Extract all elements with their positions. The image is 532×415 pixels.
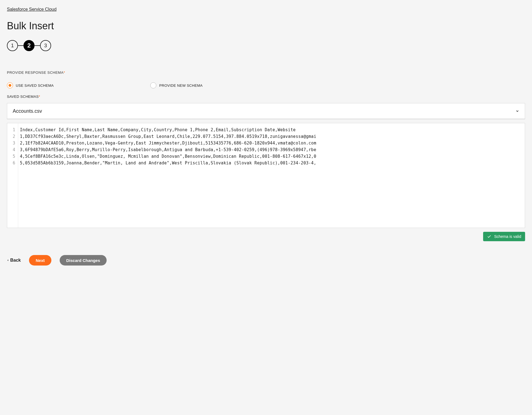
back-label: Back xyxy=(10,258,21,263)
line-number: 2 xyxy=(7,133,18,140)
step-2[interactable]: 2 xyxy=(23,40,35,51)
radio-button-icon xyxy=(7,82,13,88)
radio-label: PROVIDE NEW SCHEMA xyxy=(159,83,202,88)
breadcrumb[interactable]: Salesforce Service Cloud xyxy=(7,7,57,12)
section-label-text: PROVIDE RESPONSE SCHEMA xyxy=(7,70,64,75)
line-number-gutter: 123456 xyxy=(7,123,18,228)
radio-inner-dot xyxy=(9,84,11,87)
step-1[interactable]: 1 xyxy=(7,40,18,51)
check-icon xyxy=(487,234,491,239)
step-connector xyxy=(18,45,23,46)
required-star-icon: * xyxy=(64,70,65,75)
valid-badge-label: Schema is valid xyxy=(494,234,521,239)
radio-label: USE SAVED SCHEMA xyxy=(16,83,54,88)
code-line[interactable]: 3,6F94879bDAfE5a6,Roy,Berry,Murillo-Perr… xyxy=(20,146,525,153)
action-bar: Back Next Discard Changes xyxy=(7,255,525,266)
required-star-icon: * xyxy=(39,94,40,99)
code-area[interactable]: Index,Customer Id,First Name,Last Name,C… xyxy=(18,123,525,228)
line-number: 4 xyxy=(7,146,18,153)
code-editor[interactable]: 123456 Index,Customer Id,First Name,Last… xyxy=(7,123,525,228)
chevron-left-icon xyxy=(7,259,9,261)
back-button[interactable]: Back xyxy=(7,258,21,263)
discard-changes-button[interactable]: Discard Changes xyxy=(60,255,107,266)
chevron-down-icon xyxy=(515,109,519,113)
next-button[interactable]: Next xyxy=(29,255,51,266)
select-value: Accounts.csv xyxy=(13,108,515,114)
step-connector xyxy=(35,45,40,46)
code-line[interactable]: 2,1Ef7b82A4CAAD10,Preston,Lozano,Vega-Ge… xyxy=(20,140,525,146)
line-number: 6 xyxy=(7,160,18,166)
saved-schemas-label: SAVED SCHEMAS* xyxy=(7,94,525,99)
radio-button-icon xyxy=(150,82,156,88)
saved-schemas-label-text: SAVED SCHEMAS xyxy=(7,94,39,99)
code-line[interactable]: 4,5Cef8BFA16c5e3c,Linda,Olsen,"Dominguez… xyxy=(20,153,525,160)
stepper: 1 2 3 xyxy=(7,40,525,51)
line-number: 5 xyxy=(7,153,18,160)
step-3[interactable]: 3 xyxy=(40,40,51,51)
code-line[interactable]: Index,Customer Id,First Name,Last Name,C… xyxy=(20,127,525,133)
page-title: Bulk Insert xyxy=(7,20,525,32)
radio-use-saved-schema[interactable]: USE SAVED SCHEMA xyxy=(7,82,54,88)
provide-response-schema-label: PROVIDE RESPONSE SCHEMA* xyxy=(7,70,525,75)
line-number: 1 xyxy=(7,127,18,133)
schema-valid-badge: Schema is valid xyxy=(483,232,525,241)
line-number: 3 xyxy=(7,140,18,146)
validation-row: Schema is valid xyxy=(7,232,525,241)
code-line[interactable]: 1,DD37Cf93aecA6Dc,Sheryl,Baxter,Rasmusse… xyxy=(20,133,525,140)
code-line[interactable]: 5,053d585Ab6b3159,Joanna,Bender,"Martin,… xyxy=(20,160,525,166)
schema-source-radio-group: USE SAVED SCHEMA PROVIDE NEW SCHEMA xyxy=(7,82,525,88)
saved-schema-select[interactable]: Accounts.csv xyxy=(7,103,525,119)
radio-provide-new-schema[interactable]: PROVIDE NEW SCHEMA xyxy=(150,82,202,88)
